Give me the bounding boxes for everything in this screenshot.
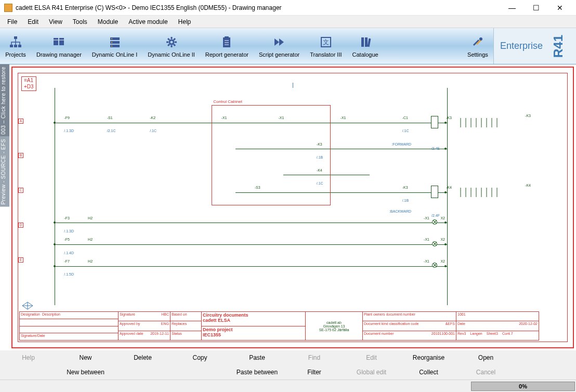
toolbar-report-generator[interactable]: Report generator [200, 28, 254, 64]
maximize-button[interactable]: ☐ [524, 0, 548, 16]
drawing-canvas[interactable]: =A1 +D3 A B C D E [9, 64, 576, 350]
svg-point-13 [111, 45, 112, 46]
svg-point-12 [111, 42, 112, 43]
svg-point-11 [111, 38, 112, 39]
main-area: 003 – Click here to restore Preview - SO… [0, 64, 576, 350]
app-icon [4, 4, 12, 12]
svg-line-22 [174, 38, 175, 40]
svg-rect-0 [14, 36, 17, 39]
svg-text:文: 文 [323, 38, 329, 46]
menu-file[interactable]: File [2, 17, 22, 27]
books-icon [358, 35, 373, 49]
filter-button[interactable]: Filter [286, 365, 343, 380]
side-tab-preview[interactable]: Preview - SOURCE - EFS [0, 137, 9, 207]
row-marker: E [18, 257, 23, 263]
help-button[interactable]: Help [0, 350, 57, 365]
svg-rect-30 [361, 37, 364, 47]
copy-button[interactable]: Copy [172, 350, 229, 365]
svg-rect-24 [225, 36, 229, 38]
svg-line-20 [174, 44, 175, 46]
toolbar-drawing-manager[interactable]: Drawing manager [31, 28, 87, 64]
row-marker: B [18, 153, 23, 158]
menu-edit[interactable]: Edit [22, 17, 44, 27]
svg-rect-32 [367, 38, 371, 46]
menu-module[interactable]: Module [93, 17, 123, 27]
toolbar-translator[interactable]: 文 Translator III [305, 28, 347, 64]
svg-rect-1 [10, 45, 13, 47]
brand-badge: Enterprise R41 [493, 28, 576, 64]
toolbar-catalogue[interactable]: Catalogue [347, 28, 384, 64]
minimize-button[interactable]: — [500, 0, 524, 16]
row-marker: C [18, 188, 23, 193]
side-tab-restore[interactable]: 003 – Click here to restore [0, 64, 9, 137]
gear-icon [164, 35, 179, 49]
menu-help[interactable]: Help [173, 17, 197, 27]
edit-button[interactable]: Edit [343, 350, 400, 365]
coil-k4 [431, 186, 438, 198]
open-button[interactable]: Open [457, 350, 515, 365]
svg-point-33 [479, 37, 482, 41]
toolbar-projects[interactable]: Projects [0, 28, 31, 64]
coil-k3 [431, 116, 438, 128]
cancel-button[interactable]: Cancel [457, 365, 515, 380]
find-button[interactable]: Find [286, 350, 343, 365]
menu-view[interactable]: View [44, 17, 68, 27]
svg-rect-5 [59, 38, 64, 45]
paste-between-button[interactable]: Paste between [229, 365, 286, 380]
blank-button [114, 365, 172, 380]
menu-active-module[interactable]: Active module [123, 17, 173, 27]
svg-point-14 [169, 40, 174, 44]
button-bar-1: Help New Delete Copy Paste Find Edit Reo… [0, 350, 576, 365]
row-marker: D [18, 223, 23, 228]
lamp [432, 241, 437, 246]
title-block: DesignationDescription Signature/Date Si… [19, 311, 566, 341]
lamp [432, 219, 437, 225]
svg-rect-4 [54, 38, 58, 45]
new-button[interactable]: New [57, 350, 114, 365]
menu-tools[interactable]: Tools [68, 17, 93, 27]
toolbar-dynamic-online-1[interactable]: Dynamic OnLine I [87, 28, 142, 64]
close-button[interactable]: ✕ [548, 0, 572, 16]
toolbar-script-generator[interactable]: Script generator [254, 28, 305, 64]
window-title: cadett ELSA R41 Enterprise (C) WS<0> - D… [16, 4, 500, 11]
origin-marker-icon [21, 301, 34, 310]
toolbar: Projects Drawing manager Dynamic OnLine … [0, 28, 576, 64]
blank-button [172, 365, 229, 380]
drawings-icon [51, 35, 66, 49]
xref-block-k4: -K4 [458, 184, 531, 202]
blank-button [0, 365, 57, 380]
button-bar-2: New between Paste between Filter Global … [0, 365, 576, 380]
delete-button[interactable]: Delete [114, 350, 172, 365]
svg-rect-3 [18, 45, 21, 47]
reorganise-button[interactable]: Reorganise [400, 350, 457, 365]
xref-block-k3: -K3 [458, 114, 531, 133]
toolbar-dynamic-online-2[interactable]: Dynamic OnLine II [142, 28, 200, 64]
row-marker: A [18, 119, 23, 124]
control-cabinet: Control Cabinet [212, 105, 331, 205]
tree-icon [8, 35, 23, 49]
menu-bar: File Edit View Tools Module Active modul… [0, 16, 576, 28]
toolbar-settings[interactable]: Settings [462, 28, 493, 64]
global-edit-button[interactable]: Global edit [343, 365, 400, 380]
server-icon [108, 35, 122, 49]
translate-icon: 文 [319, 35, 333, 49]
clipboard-icon [219, 35, 234, 49]
paste-button[interactable]: Paste [229, 350, 286, 365]
circuit-diagram: Control Cabinet -F9 /.1.3D -S1 /2.1C -K2… [55, 88, 531, 305]
collect-button[interactable]: Collect [400, 365, 457, 380]
tools-icon [470, 35, 485, 49]
title-bar: cadett ELSA R41 Enterprise (C) WS<0> - D… [0, 0, 576, 16]
svg-line-21 [168, 44, 169, 46]
svg-rect-31 [365, 37, 368, 47]
play-icon [272, 35, 286, 49]
svg-line-19 [168, 38, 169, 40]
status-bar: 0% [0, 380, 576, 392]
progress-bar: 0% [471, 382, 575, 391]
lamp [432, 263, 437, 268]
new-between-button[interactable]: New between [57, 365, 114, 380]
svg-rect-2 [14, 45, 17, 47]
